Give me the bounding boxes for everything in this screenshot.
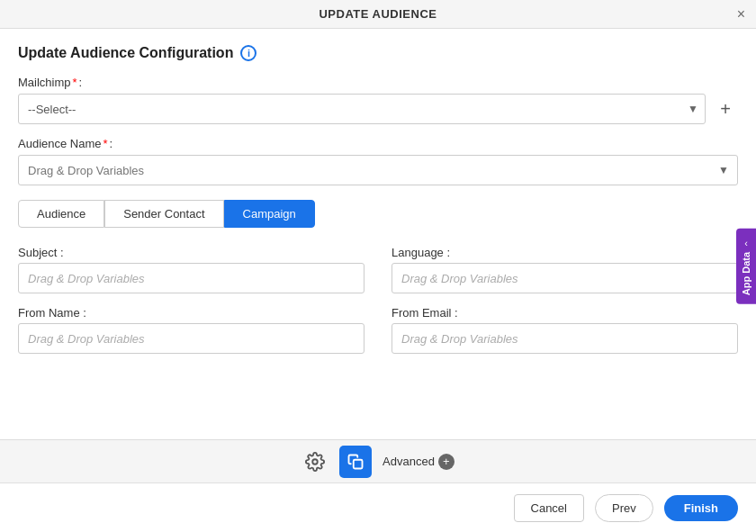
svg-rect-1 (354, 459, 363, 468)
language-label: Language : (392, 246, 738, 259)
gear-icon (305, 452, 325, 472)
tab-sender-contact[interactable]: Sender Contact (104, 200, 223, 228)
modal-header: UPDATE AUDIENCE × (0, 0, 756, 29)
mailchimp-label: Mailchimp * : (18, 76, 738, 89)
svg-point-0 (312, 459, 318, 464)
audience-name-wrapper: ▼ (18, 155, 738, 185)
info-icon[interactable]: i (240, 45, 256, 61)
language-input[interactable] (392, 263, 738, 293)
footer-bar: Advanced + (0, 439, 756, 482)
mailchimp-add-button[interactable]: + (713, 96, 738, 122)
audience-name-label: Audience Name * : (18, 137, 738, 150)
app-data-chevron: ‹ (744, 237, 748, 248)
gear-icon-button[interactable] (302, 448, 328, 475)
from-email-label: From Email : (392, 306, 738, 320)
cancel-button[interactable]: Cancel (514, 494, 584, 522)
section-title-text: Update Audience Configuration (18, 45, 233, 61)
tabs-row: Audience Sender Contact Campaign (18, 200, 738, 228)
section-title-row: Update Audience Configuration i (18, 45, 738, 61)
subject-field: Subject : (18, 246, 364, 293)
campaign-form: Subject : Language : From Name : From Em… (18, 246, 738, 354)
copy-icon-button[interactable] (339, 446, 372, 478)
advanced-label: Advanced + (382, 454, 454, 470)
prev-button[interactable]: Prev (595, 494, 653, 522)
modal-actions: Cancel Prev Finish (0, 482, 756, 532)
subject-label: Subject : (18, 246, 364, 259)
from-email-field: From Email : (392, 306, 738, 354)
language-field: Language : (392, 246, 738, 293)
finish-button[interactable]: Finish (664, 495, 738, 521)
audience-name-input[interactable] (18, 155, 738, 185)
mailchimp-required: * (73, 76, 77, 89)
mailchimp-select[interactable]: --Select-- (18, 94, 706, 124)
subject-input[interactable] (18, 263, 364, 293)
modal-title: UPDATE AUDIENCE (319, 7, 436, 21)
from-name-field: From Name : (18, 306, 364, 354)
tab-campaign[interactable]: Campaign (224, 200, 315, 228)
from-name-label: From Name : (18, 306, 364, 320)
audience-name-required: * (104, 137, 108, 150)
modal-container: UPDATE AUDIENCE × ‹ App Data Update Audi… (0, 0, 756, 532)
app-data-tab[interactable]: ‹ App Data (736, 228, 756, 303)
from-email-input[interactable] (392, 323, 738, 354)
modal-body: Update Audience Configuration i Mailchim… (0, 29, 756, 439)
app-data-label: App Data (741, 251, 752, 294)
mailchimp-select-row: --Select-- ▼ + (18, 94, 738, 124)
close-button[interactable]: × (737, 7, 745, 22)
copy-icon (347, 454, 364, 470)
advanced-plus-button[interactable]: + (438, 454, 454, 470)
from-name-input[interactable] (18, 323, 364, 354)
tab-audience[interactable]: Audience (18, 200, 104, 228)
